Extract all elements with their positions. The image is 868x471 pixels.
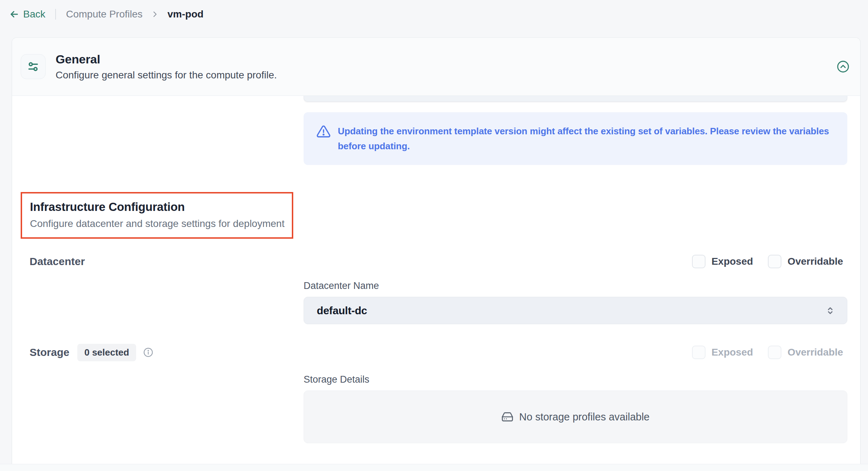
datacenter-name-field: Datacenter Name default-dc: [304, 280, 847, 324]
breadcrumb: Back Compute Profiles vm-pod: [9, 6, 203, 22]
chevron-right-icon: [150, 10, 160, 19]
general-section-body: Updating the environment template versio…: [12, 96, 860, 464]
infrastructure-description: Configure datacenter and storage setting…: [30, 218, 292, 229]
overridable-label: Overridable: [787, 256, 843, 267]
general-section-card: General Configure general settings for t…: [12, 37, 861, 464]
exposed-label: Exposed: [712, 256, 753, 267]
storage-details-field: Storage Details No storage profiles avai…: [304, 374, 847, 443]
storage-exposed-toggle: Exposed: [692, 346, 753, 359]
breadcrumb-current-page: vm-pod: [167, 9, 203, 20]
warning-triangle-icon: [316, 124, 331, 139]
infrastructure-configuration-header: Infrastructure Configuration Configure d…: [21, 192, 293, 239]
info-circle-icon[interactable]: [143, 347, 153, 357]
exposed-label: Exposed: [712, 347, 753, 358]
storage-selected-count-badge: 0 selected: [77, 344, 136, 361]
overridable-checkbox-disabled: [768, 346, 781, 359]
datacenter-name-value: default-dc: [317, 305, 367, 317]
chevron-up-circle-icon: [837, 60, 849, 73]
overridable-label: Overridable: [787, 347, 843, 358]
template-version-warning-alert: Updating the environment template versio…: [304, 112, 847, 165]
datacenter-exposed-toggle[interactable]: Exposed: [692, 255, 753, 268]
arrow-left-icon: [9, 9, 20, 20]
datacenter-row: Datacenter Exposed Overridable: [30, 254, 843, 269]
exposed-checkbox-disabled: [692, 346, 706, 359]
sliders-icon: [21, 54, 46, 79]
datacenter-overridable-toggle[interactable]: Overridable: [768, 255, 843, 268]
datacenter-name-label: Datacenter Name: [304, 280, 847, 291]
breadcrumb-item-compute-profiles[interactable]: Compute Profiles: [66, 9, 143, 20]
footer-strip: [0, 464, 868, 471]
datacenter-label: Datacenter: [30, 255, 85, 268]
storage-overridable-toggle: Overridable: [768, 346, 843, 359]
exposed-checkbox[interactable]: [692, 255, 706, 268]
storage-label: Storage: [30, 346, 69, 358]
collapse-section-button[interactable]: [835, 59, 851, 74]
storage-row: Storage 0 selected Exposed Overridable: [30, 344, 843, 361]
hard-drive-icon: [501, 411, 513, 423]
overridable-checkbox[interactable]: [768, 255, 781, 268]
back-button[interactable]: Back: [9, 9, 45, 20]
chevrons-up-down-icon: [825, 305, 836, 316]
storage-details-label: Storage Details: [304, 374, 847, 385]
breadcrumb-divider: [55, 9, 56, 20]
section-title: General: [56, 52, 277, 66]
storage-empty-message: No storage profiles available: [519, 411, 650, 423]
infrastructure-title: Infrastructure Configuration: [30, 200, 292, 214]
datacenter-flags: Exposed Overridable: [692, 255, 843, 268]
general-section-header: General Configure general settings for t…: [12, 38, 860, 96]
section-description: Configure general settings for the compu…: [56, 69, 277, 81]
alert-message: Updating the environment template versio…: [338, 124, 835, 154]
datacenter-name-select[interactable]: default-dc: [304, 297, 847, 324]
back-label: Back: [23, 9, 45, 20]
template-version-field-partial[interactable]: [304, 96, 847, 102]
storage-flags: Exposed Overridable: [692, 346, 843, 359]
storage-empty-state: No storage profiles available: [304, 390, 847, 443]
